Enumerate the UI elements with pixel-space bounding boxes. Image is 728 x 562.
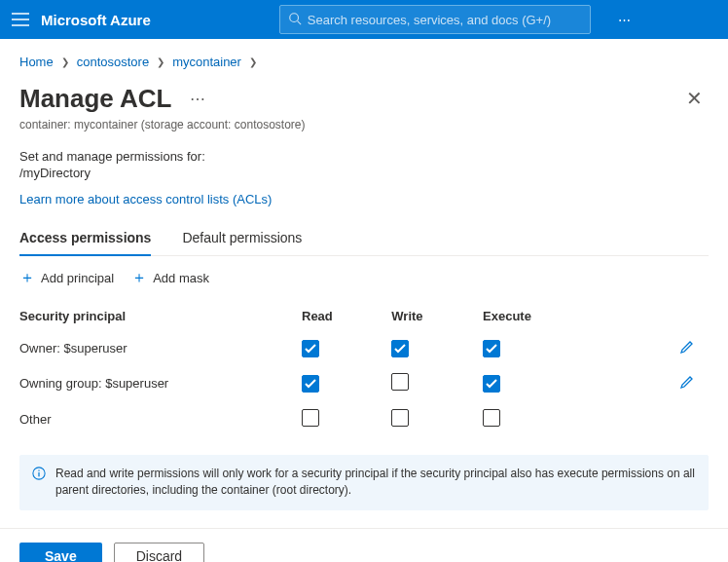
- info-box: Read and write permissions will only wor…: [19, 455, 709, 510]
- close-icon[interactable]: ✕: [680, 81, 709, 116]
- read-checkbox[interactable]: [302, 409, 319, 427]
- info-icon: [32, 467, 46, 500]
- search-input[interactable]: [308, 13, 582, 27]
- info-text: Read and write permissions will only wor…: [55, 466, 696, 500]
- svg-rect-4: [38, 470, 39, 471]
- discard-button[interactable]: Discard: [114, 543, 204, 562]
- global-search[interactable]: [279, 5, 591, 34]
- write-checkbox[interactable]: [391, 373, 409, 391]
- add-principal-button[interactable]: ＋ Add principal: [19, 270, 114, 285]
- execute-checkbox[interactable]: [483, 340, 500, 357]
- breadcrumb: Home ❯ contosostore ❯ mycontainer ❯: [19, 51, 709, 81]
- col-principal: Security principal: [19, 301, 302, 331]
- acl-table: Security principal Read Write Execute Ow…: [19, 301, 709, 437]
- col-write: Write: [391, 301, 483, 331]
- top-bar: Microsoft Azure ⋯: [0, 0, 728, 39]
- chevron-right-icon: ❯: [61, 56, 69, 67]
- execute-checkbox[interactable]: [483, 375, 500, 393]
- page-title: Manage ACL: [19, 84, 172, 114]
- write-checkbox[interactable]: [391, 340, 409, 357]
- chevron-right-icon: ❯: [157, 56, 164, 67]
- svg-line-1: [297, 20, 301, 24]
- learn-more-link[interactable]: Learn more about access control lists (A…: [19, 192, 272, 206]
- intro-text: Set and manage permissions for:: [19, 149, 709, 164]
- write-checkbox[interactable]: [391, 409, 409, 427]
- breadcrumb-item[interactable]: Home: [19, 55, 54, 69]
- intro-path: /myDirectory: [19, 166, 709, 180]
- principal-cell: Owner: $superuser: [19, 331, 302, 365]
- svg-point-0: [290, 13, 299, 21]
- plus-icon: ＋: [131, 270, 147, 285]
- breadcrumb-item[interactable]: mycontainer: [172, 55, 241, 69]
- tabs: Access permissions Default permissions: [19, 224, 709, 256]
- hamburger-icon[interactable]: [12, 13, 29, 26]
- read-checkbox[interactable]: [302, 340, 319, 357]
- principal-cell: Other: [19, 401, 302, 437]
- edit-icon[interactable]: [679, 343, 695, 357]
- table-row: Other: [19, 401, 709, 437]
- topbar-more-icon[interactable]: ⋯: [618, 13, 633, 27]
- add-mask-button[interactable]: ＋ Add mask: [131, 270, 209, 285]
- edit-icon[interactable]: [679, 378, 695, 393]
- plus-icon: ＋: [19, 270, 35, 285]
- principal-cell: Owning group: $superuser: [19, 365, 302, 401]
- search-icon: [288, 12, 302, 28]
- table-row: Owning group: $superuser: [19, 365, 709, 401]
- brand-label: Microsoft Azure: [41, 12, 151, 28]
- col-execute: Execute: [483, 301, 624, 331]
- title-more-icon[interactable]: ⋯: [190, 90, 207, 108]
- add-principal-label: Add principal: [41, 271, 114, 285]
- col-read: Read: [302, 301, 391, 331]
- save-button[interactable]: Save: [19, 543, 102, 562]
- execute-checkbox[interactable]: [483, 409, 500, 427]
- chevron-right-icon: ❯: [249, 56, 257, 67]
- svg-rect-3: [38, 472, 39, 476]
- tab-access-permissions[interactable]: Access permissions: [19, 224, 151, 255]
- breadcrumb-item[interactable]: contosostore: [77, 55, 149, 69]
- page-subtitle: container: mycontainer (storage account:…: [19, 118, 709, 131]
- table-row: Owner: $superuser: [19, 331, 709, 365]
- add-mask-label: Add mask: [153, 271, 209, 285]
- tab-default-permissions[interactable]: Default permissions: [182, 224, 302, 255]
- read-checkbox[interactable]: [302, 375, 319, 393]
